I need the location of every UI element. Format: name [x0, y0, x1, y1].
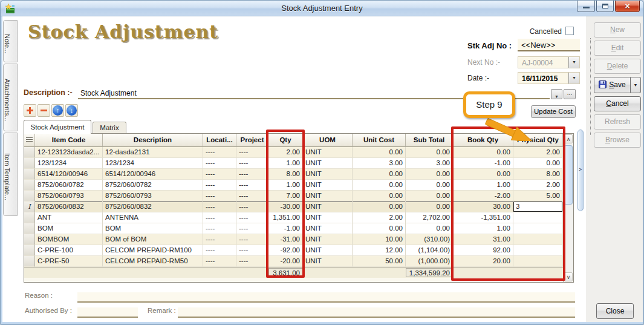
cell-location[interactable]: ----	[203, 256, 236, 267]
cell-project[interactable]: ----	[236, 256, 268, 267]
grid-row[interactable]: 123/1234123/1234--------1.00UNIT3.003.00…	[24, 158, 563, 169]
cell-project[interactable]: ----	[236, 169, 268, 180]
cell-sub-total[interactable]: 0.00	[406, 147, 453, 158]
cell-unit-cost[interactable]: 50.00	[353, 256, 406, 267]
cell-location[interactable]: ----	[203, 147, 236, 158]
cell-uom[interactable]: UNIT	[303, 234, 353, 245]
col-unit-cost[interactable]: Unit Cost	[353, 134, 406, 147]
cell-project[interactable]: ----	[236, 202, 268, 212]
cell-physical-qty[interactable]	[513, 212, 563, 223]
stk-adj-no-field[interactable]: <<New>>	[518, 39, 580, 51]
cell-sub-total[interactable]: 2,702.00	[406, 212, 453, 223]
grid-row[interactable]: 12-123123dasda2...12-dasda2131--------2.…	[24, 147, 563, 158]
cell-sub-total[interactable]: 0.00	[406, 191, 453, 202]
sidebar-tab-attachments[interactable]: Attachments...	[3, 64, 18, 131]
cell-description[interactable]: 12-dasda2131	[103, 147, 203, 158]
grid-row[interactable]: 8752/060/07828752/060/0782--------1.00UN…	[24, 180, 563, 191]
minimize-button[interactable]	[577, 1, 595, 12]
cell-item-code[interactable]: BOM	[35, 223, 103, 234]
cell-uom[interactable]: UNIT	[303, 147, 353, 158]
cell-location[interactable]: ----	[203, 202, 236, 212]
cell-item-code[interactable]: C-PRE-100	[35, 245, 103, 256]
cell-location[interactable]: ----	[203, 169, 236, 180]
col-qty[interactable]: Qty	[268, 134, 303, 147]
cell-description[interactable]: 8752/060/0782	[103, 180, 203, 191]
cell-description[interactable]: 123/1234	[103, 158, 203, 169]
cell-item-code[interactable]: C-PRE-50	[35, 256, 103, 267]
cell-description[interactable]: BOM of BOM	[103, 234, 203, 245]
description-browse-button[interactable]: ...	[564, 89, 576, 99]
cell-project[interactable]: ----	[236, 212, 268, 223]
cell-book-qty[interactable]: 30.00	[453, 202, 513, 212]
grid-scrollbar[interactable]: ∧ ∨	[563, 134, 573, 282]
cell-sub-total[interactable]: 0.00	[406, 169, 453, 180]
cell-physical-qty[interactable]: 3	[513, 202, 563, 212]
sidebar-tab-note[interactable]: Note...	[3, 20, 18, 62]
cell-uom[interactable]: UNIT	[303, 191, 353, 202]
close-button[interactable]: Close	[596, 303, 634, 319]
row-indicator[interactable]	[24, 234, 35, 245]
cell-book-qty[interactable]: 31.00	[453, 234, 513, 245]
cell-physical-qty[interactable]: 0.00	[513, 158, 563, 169]
move-up-button[interactable]: ↑	[51, 104, 64, 117]
cell-unit-cost[interactable]: 0.00	[353, 223, 406, 234]
scrollbar-thumb[interactable]	[564, 145, 573, 205]
cell-sub-total[interactable]: 3.00	[406, 158, 453, 169]
cell-book-qty[interactable]: -1,351.00	[453, 212, 513, 223]
grid-row[interactable]: BOMBOMBOM of BOM---------31.00UNIT10.00(…	[24, 234, 563, 245]
date-dropdown-button[interactable]: ▼	[568, 73, 579, 84]
cell-physical-qty[interactable]: 2.00	[513, 180, 563, 191]
move-down-button[interactable]: ↓	[65, 104, 78, 117]
cell-physical-qty[interactable]: 2.00	[513, 147, 563, 158]
cell-book-qty[interactable]: -1.00	[453, 158, 513, 169]
col-uom[interactable]: UOM	[303, 134, 353, 147]
cell-uom[interactable]: UNIT	[303, 223, 353, 234]
cell-qty[interactable]: 2.00	[268, 147, 303, 158]
col-item-code[interactable]: Item Code	[35, 134, 103, 147]
grid-row[interactable]: C-PRE-100CELCOM PREPAID-RM100---------92…	[24, 245, 563, 256]
save-button[interactable]: Save	[594, 77, 631, 93]
cell-location[interactable]: ----	[203, 245, 236, 256]
cell-qty[interactable]: 8.00	[268, 169, 303, 180]
grid-row[interactable]: C-PRE-50CELCOM PREPAID-RM50---------20.0…	[24, 256, 563, 267]
description-input[interactable]: Stock Adjustment	[80, 89, 137, 97]
cell-item-code[interactable]: 12-123123dasda2...	[35, 147, 103, 158]
cell-unit-cost[interactable]: 3.00	[353, 158, 406, 169]
cell-qty[interactable]: -92.00	[268, 245, 303, 256]
cell-unit-cost[interactable]: 10.00	[353, 234, 406, 245]
row-indicator[interactable]: I	[24, 202, 35, 212]
cell-book-qty[interactable]: 20.00	[453, 256, 513, 267]
cell-book-qty[interactable]: 1.00	[453, 180, 513, 191]
cell-sub-total[interactable]: 0.00	[406, 202, 453, 212]
row-indicator[interactable]	[24, 180, 35, 191]
tab-matrix[interactable]: Matrix	[93, 122, 126, 134]
cell-uom[interactable]: UNIT	[303, 169, 353, 180]
cell-sub-total[interactable]: (1,000.00)	[406, 256, 453, 267]
remark-input[interactable]	[178, 307, 575, 318]
cell-item-code[interactable]: 8752/060/0782	[35, 180, 103, 191]
cell-project[interactable]: ----	[236, 147, 268, 158]
cell-book-qty[interactable]: 1.00	[453, 223, 513, 234]
close-window-button[interactable]: ×	[615, 1, 640, 12]
sidebar-tab-item-template[interactable]: Item Template...	[3, 133, 18, 216]
cell-item-code[interactable]: 8752/060/0832	[35, 202, 103, 212]
next-no-dropdown-button[interactable]: ▼	[568, 57, 579, 68]
cell-uom[interactable]: UNIT	[303, 212, 353, 223]
cell-project[interactable]: ----	[236, 234, 268, 245]
cell-uom[interactable]: UNIT	[303, 245, 353, 256]
cell-sub-total[interactable]: 0.00	[406, 180, 453, 191]
cell-uom[interactable]: UNIT	[303, 256, 353, 267]
col-project[interactable]: Project	[236, 134, 268, 147]
authorised-by-input[interactable]	[77, 307, 138, 318]
cell-description[interactable]: CELCOM PREPAID-RM50	[103, 256, 203, 267]
row-indicator[interactable]	[24, 223, 35, 234]
cell-unit-cost[interactable]: 2.00	[353, 212, 406, 223]
cell-physical-qty[interactable]: 8.00	[513, 169, 563, 180]
restore-button[interactable]	[596, 1, 614, 12]
cell-unit-cost[interactable]: 0.00	[353, 180, 406, 191]
cell-item-code[interactable]: 123/1234	[35, 158, 103, 169]
cell-description[interactable]: CELCOM PREPAID-RM100	[103, 245, 203, 256]
grid-row[interactable]: BOMBOM---------1.00UNIT0.000.001.00	[24, 223, 563, 234]
cell-location[interactable]: ----	[203, 158, 236, 169]
cell-qty[interactable]: 1.00	[268, 180, 303, 191]
